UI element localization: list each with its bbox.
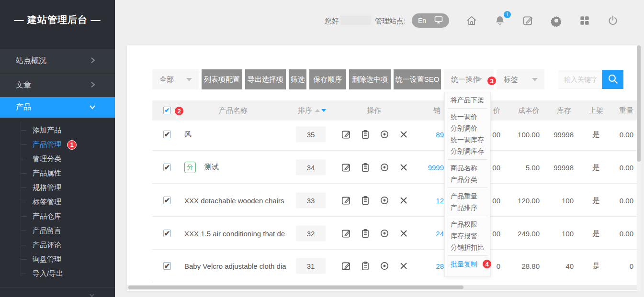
menu-item-unified-price[interactable]: 统一调价 xyxy=(445,111,490,122)
search-button[interactable] xyxy=(602,70,623,89)
menu-item-separate-price[interactable]: 分别调价 xyxy=(445,122,490,134)
step-badge-4: 4 xyxy=(482,259,492,269)
edit-icon[interactable] xyxy=(341,162,351,173)
settings-gear-icon[interactable] xyxy=(550,14,563,27)
sales-count-link[interactable]: 12 xyxy=(402,196,444,204)
compose-icon[interactable] xyxy=(522,14,534,27)
sales-count-link[interactable]: 24 xyxy=(402,229,444,237)
select-all-checkbox[interactable]: ✔ xyxy=(163,107,171,114)
power-icon[interactable] xyxy=(607,14,619,27)
list-config-button[interactable]: 列表项配置 xyxy=(202,69,242,89)
col-cost: 成本价 xyxy=(506,100,540,121)
export-selected-button[interactable]: 导出选择项 xyxy=(245,69,286,89)
menu-item-product-weight[interactable]: 产品重量 xyxy=(445,190,490,202)
sidebar-item-label: 站点概况 xyxy=(16,56,46,66)
vertical-scrollbar-thumb[interactable] xyxy=(637,45,641,162)
sales-count-link[interactable]: 9999 xyxy=(402,163,444,171)
copy-icon[interactable] xyxy=(360,162,371,173)
sort-desc-icon[interactable] xyxy=(321,109,326,112)
chevron-right-icon xyxy=(90,57,96,66)
batch-seo-button[interactable]: 统一设置SEO xyxy=(394,69,441,89)
copy-icon[interactable] xyxy=(360,261,371,271)
sidebar-item-products[interactable]: 产品 xyxy=(0,97,115,118)
cost-value: 100.00 xyxy=(506,130,540,138)
sales-count-link[interactable]: 89 xyxy=(402,130,444,138)
menu-item-stock-alert[interactable]: 库存报警 xyxy=(445,230,490,242)
product-name: XXX detachable wooden chairs xyxy=(184,196,292,204)
sidebar-item-spec-manage[interactable]: 规格管理 xyxy=(0,180,115,195)
language-label: En xyxy=(418,17,426,24)
row-checkbox[interactable]: ✔ xyxy=(163,230,171,237)
view-icon[interactable] xyxy=(379,162,390,173)
view-icon[interactable] xyxy=(379,228,390,239)
copy-icon[interactable] xyxy=(360,195,371,206)
home-icon[interactable] xyxy=(465,14,478,27)
sidebar-item-product-messages[interactable]: 产品留言 xyxy=(0,223,115,238)
search-input[interactable] xyxy=(559,70,602,89)
sort-order-input[interactable] xyxy=(296,192,326,208)
save-order-button[interactable]: 保存顺序 xyxy=(309,69,346,89)
table-row: ✔ Baby Velcro adjustable cloth dia 28 0 … xyxy=(152,250,637,282)
language-switch[interactable]: En xyxy=(412,13,449,28)
edit-icon[interactable] xyxy=(341,228,351,239)
on-shelf-value: 是 xyxy=(587,229,606,238)
menu-item-take-down[interactable]: 将产品下架 xyxy=(445,94,490,106)
menu-item-unified-stock[interactable]: 统一调库存 xyxy=(445,134,490,145)
sort-order-input[interactable] xyxy=(296,159,326,175)
delete-selected-button[interactable]: 删除选中项 xyxy=(349,69,391,89)
copy-icon[interactable] xyxy=(360,129,371,140)
filter-button[interactable]: 筛选 xyxy=(289,69,306,89)
sidebar-item-product-reviews[interactable]: 产品评论 xyxy=(0,238,115,252)
menu-item-product-permission[interactable]: 产品权限 xyxy=(445,219,490,230)
on-shelf-value: 是 xyxy=(587,196,606,205)
col-actions: 操作 xyxy=(359,100,389,121)
sidebar-next-group-partial[interactable] xyxy=(0,287,115,297)
view-icon[interactable] xyxy=(379,261,390,271)
row-actions xyxy=(341,261,409,271)
unified-ops-select[interactable]: 统一操作 xyxy=(444,69,494,89)
apps-grid-icon[interactable] xyxy=(578,14,591,27)
sort-asc-icon[interactable] xyxy=(315,109,320,112)
sidebar-item-manage-category[interactable]: 管理分类 xyxy=(0,152,115,166)
sidebar-item-product-manage[interactable]: 产品管理 1 xyxy=(0,137,115,152)
tag-select[interactable]: 标签 xyxy=(497,69,544,89)
sort-order-input[interactable] xyxy=(296,225,326,241)
weight-value: 0 xyxy=(610,262,633,270)
sidebar-item-tag-manage[interactable]: 标签管理 xyxy=(0,195,115,209)
sidebar-item-product-attrs[interactable]: 产品属性 xyxy=(0,166,115,180)
cost-value: 249.00 xyxy=(506,229,540,237)
stock-value: 99998 xyxy=(540,163,574,171)
vertical-scrollbar[interactable] xyxy=(637,45,641,291)
scope-select[interactable]: 全部 xyxy=(152,69,199,89)
sidebar-item-articles[interactable]: 文章 xyxy=(0,74,115,98)
view-icon[interactable] xyxy=(379,195,390,206)
menu-item-distribution-discount[interactable]: 分销折扣比 xyxy=(445,242,490,253)
sales-count-link[interactable]: 28 xyxy=(402,262,444,270)
sidebar-item-product-warehouse[interactable]: 产品仓库 xyxy=(0,209,115,223)
menu-item-separate-stock[interactable]: 分别调库存 xyxy=(445,145,490,157)
row-divider xyxy=(152,282,632,282)
sidebar-item-site-overview[interactable]: 站点概况 xyxy=(0,49,115,73)
edit-icon[interactable] xyxy=(341,195,351,206)
sidebar-item-add-product[interactable]: 添加产品 xyxy=(0,123,115,137)
edit-icon[interactable] xyxy=(341,261,351,271)
sort-order-input[interactable] xyxy=(296,258,326,274)
horizontal-scrollbar-thumb[interactable] xyxy=(128,286,463,289)
row-checkbox[interactable]: ✔ xyxy=(163,164,171,171)
sidebar-item-import-export[interactable]: 导入/导出 xyxy=(0,266,115,281)
row-checkbox[interactable]: ✔ xyxy=(163,197,171,204)
view-icon[interactable] xyxy=(379,129,390,140)
sidebar-item-inquiry-manage[interactable]: 询盘管理 xyxy=(0,252,115,266)
greeting-label: 您好 xyxy=(325,17,339,26)
menu-item-product-category[interactable]: 产品分类 xyxy=(445,174,490,185)
menu-item-goods-name[interactable]: 商品名称 xyxy=(445,162,490,174)
edit-icon[interactable] xyxy=(341,129,351,140)
step-badge-1: 1 xyxy=(67,140,77,150)
copy-icon[interactable] xyxy=(360,228,371,239)
sort-order-input[interactable] xyxy=(296,126,326,142)
menu-item-product-sort[interactable]: 产品排序 xyxy=(445,202,490,213)
horizontal-scrollbar[interactable] xyxy=(127,285,637,290)
chevron-down-icon xyxy=(186,78,192,81)
row-checkbox[interactable]: ✔ xyxy=(163,131,171,138)
row-checkbox[interactable]: ✔ xyxy=(163,262,171,270)
